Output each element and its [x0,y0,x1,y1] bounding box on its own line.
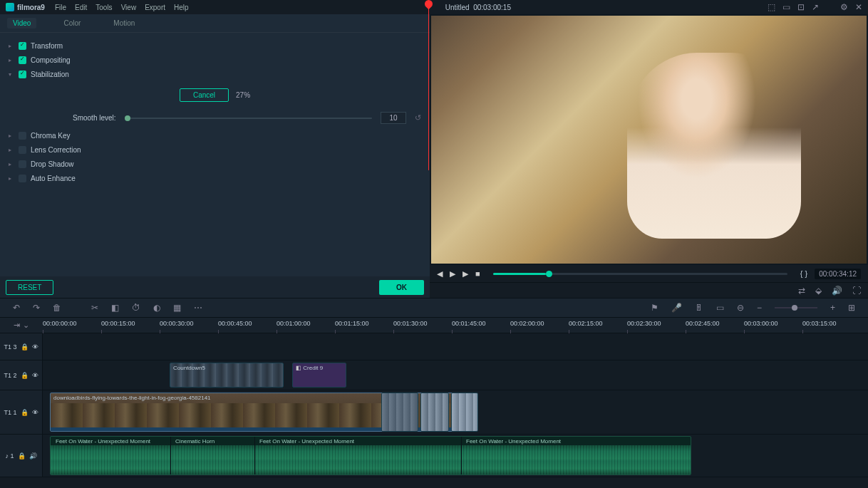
export-icon[interactable]: ↗ [812,2,819,12]
volume-icon[interactable]: 🔊 [832,286,842,296]
smooth-reset-icon[interactable]: ↺ [415,113,421,123]
speed-button[interactable]: ⏱ [132,303,140,313]
prop-stabilization[interactable]: ▾Stabilization [0,67,430,81]
audio-seg-3: Feet On Water - Unexpected Moment [257,437,356,445]
next-frame-button[interactable]: ▶ [463,269,468,279]
preview-progress[interactable] [493,273,787,275]
tab-color[interactable]: Color [58,18,86,28]
lens-checkbox[interactable] [19,146,26,154]
prop-chroma-key[interactable]: ▸Chroma Key [0,128,430,142]
prop-compositing[interactable]: ▸Compositing [0,53,430,67]
menu-file[interactable]: File [55,4,66,11]
prop-drop-shadow[interactable]: ▸Drop Shadow [0,157,430,171]
track-head-audio[interactable]: ♪ 1🔒🔊 [0,435,43,477]
stabilization-checkbox[interactable] [19,71,26,78]
menu-view[interactable]: View [121,4,137,11]
prop-lens-correction[interactable]: ▸Lens Correction [0,142,430,157]
app-logo: filmora9 [6,3,45,11]
zoom-in-button[interactable]: + [830,303,835,313]
track-text-3: T1 3🔒👁 [0,333,868,360]
color-button[interactable]: ◐ [153,303,160,313]
menu-bar: File Edit Tools View Export Help [55,4,189,11]
smooth-label: Smooth level: [73,114,116,122]
more-button[interactable]: ⋯ [194,303,202,313]
record-button[interactable]: 🎤 [671,303,682,313]
prev-frame-button[interactable]: ◀ [437,269,443,279]
track-body-2[interactable]: Countdown5 ◧ Credit 9 [43,360,868,390]
play-button[interactable]: ▶ [450,269,455,279]
track-body-1[interactable]: downloadbirds-flying-towards-the-light-i… [43,390,868,434]
preview-controls: ⇄ ⬙ 🔊 ⛶ [430,282,868,298]
properties-list: ▸Transform ▸Compositing ▾Stabilization C… [0,33,430,276]
clip-sub-1[interactable] [381,393,418,432]
zoom-out-button[interactable]: ⊖ [737,303,744,313]
zoom-fit-button[interactable]: − [757,303,762,313]
clip-sub-2[interactable] [420,393,449,432]
ruler-options[interactable]: ⇥ ⌄ [0,321,43,330]
track-body-3[interactable] [43,333,868,360]
stabilization-cancel-button[interactable]: Cancel [180,88,229,102]
playhead[interactable] [428,0,429,170]
menu-edit[interactable]: Edit [75,4,87,11]
lock-icon[interactable]: 🔒 [21,372,29,379]
clip-sub-3[interactable] [451,393,478,432]
logo-icon [6,3,14,11]
stop-button[interactable]: ■ [475,269,480,278]
undo-button[interactable]: ↶ [13,303,20,313]
reset-button[interactable]: RESET [6,280,53,295]
ok-button[interactable]: OK [379,280,424,295]
clip-countdown[interactable]: Countdown5 [170,363,284,388]
green-button[interactable]: ▦ [173,303,181,313]
track-head-2[interactable]: T1 2🔒👁 [0,360,43,390]
video-preview[interactable] [431,16,867,264]
fullscreen-icon[interactable]: ⛶ [852,286,861,296]
eye-icon[interactable]: 👁 [32,343,38,351]
app-name: filmora9 [17,4,45,11]
timeline-ruler[interactable]: ⇥ ⌄ 00:00:00:0000:00:15:0000:00:30:0000:… [0,318,868,333]
split-button[interactable]: ✂ [91,303,98,313]
compositing-checkbox[interactable] [19,56,26,64]
quality-icon[interactable]: ⇄ [798,286,805,296]
track-head-1[interactable]: T1 1🔒👁 [0,390,43,434]
layout2-icon[interactable]: ▭ [782,2,790,12]
zoom-slider[interactable] [775,307,817,308]
track-audio-1: ♪ 1🔒🔊 Feet On Water - Unexpected Moment … [0,435,868,477]
render-button[interactable]: ▭ [716,303,724,313]
marker-button[interactable]: ⚑ [651,303,658,313]
chromakey-checkbox[interactable] [19,132,26,140]
eye-icon[interactable]: 👁 [32,372,38,379]
eye-icon[interactable]: 👁 [32,409,38,416]
track-head-3[interactable]: T1 3🔒👁 [0,333,43,360]
menu-tools[interactable]: Tools [95,4,112,11]
prop-auto-enhance[interactable]: ▸Auto Enhance [0,171,430,185]
enhance-checkbox[interactable] [19,175,26,182]
close-icon[interactable]: ✕ [855,2,862,12]
tab-video[interactable]: Video [7,18,36,28]
lock-icon[interactable]: 🔒 [21,343,29,351]
menu-export[interactable]: Export [145,4,165,11]
loop-icon[interactable]: { } [800,269,807,278]
lock-icon[interactable]: 🔒 [18,452,26,460]
layout3-icon[interactable]: ⊡ [797,2,805,12]
clip-audio[interactable]: Feet On Water - Unexpected Moment Cinema… [50,436,691,475]
tab-motion[interactable]: Motion [108,18,140,28]
clip-credit[interactable]: ◧ Credit 9 [292,363,346,388]
delete-button[interactable]: 🗑 [53,303,61,313]
smooth-slider[interactable] [125,118,372,119]
mute-icon[interactable]: 🔊 [29,452,37,460]
crop-button[interactable]: ◧ [111,303,119,313]
transform-checkbox[interactable] [19,42,26,50]
mixer-button[interactable]: 🎚 [695,303,703,313]
menu-help[interactable]: Help [174,4,189,11]
layout-icon[interactable]: ⬚ [768,2,775,12]
smooth-value-input[interactable] [381,112,406,124]
manage-button[interactable]: ⊞ [848,303,855,313]
redo-button[interactable]: ↷ [33,303,40,313]
track-body-audio[interactable]: Feet On Water - Unexpected Moment Cinema… [43,435,868,477]
lock-icon[interactable]: 🔒 [21,409,29,416]
properties-panel: Video Color Motion ▸Transform ▸Compositi… [0,14,430,298]
shadow-checkbox[interactable] [19,160,26,168]
prop-transform[interactable]: ▸Transform [0,38,430,53]
snapshot-icon[interactable]: ⬙ [815,286,822,296]
settings-icon[interactable]: ⚙ [840,2,848,12]
